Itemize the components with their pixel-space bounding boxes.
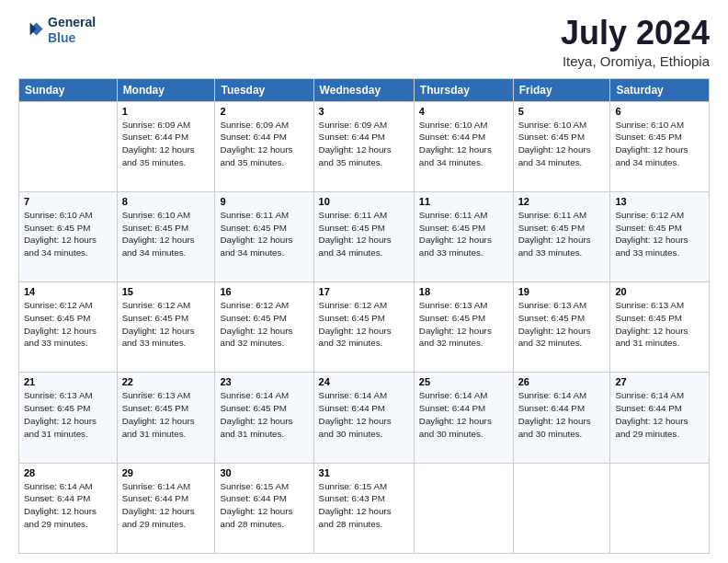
day-info: Sunrise: 6:11 AMSunset: 6:45 PMDaylight:… [220, 209, 308, 259]
day-info: Sunrise: 6:09 AMSunset: 6:44 PMDaylight:… [319, 119, 409, 169]
calendar-week-row: 21Sunrise: 6:13 AMSunset: 6:45 PMDayligh… [19, 373, 710, 463]
day-info: Sunrise: 6:14 AMSunset: 6:44 PMDaylight:… [518, 389, 606, 440]
logo-icon [18, 17, 44, 43]
day-number: 17 [319, 286, 409, 297]
calendar-header-row: SundayMondayTuesdayWednesdayThursdayFrid… [19, 78, 710, 101]
day-info: Sunrise: 6:13 AMSunset: 6:45 PMDaylight:… [24, 389, 112, 440]
calendar-cell: 13Sunrise: 6:12 AMSunset: 6:45 PMDayligh… [610, 191, 710, 282]
day-info: Sunrise: 6:14 AMSunset: 6:44 PMDaylight:… [319, 389, 409, 440]
day-number: 14 [24, 286, 112, 297]
day-number: 23 [220, 376, 308, 387]
logo: General Blue [18, 15, 96, 46]
calendar-cell [19, 101, 118, 191]
day-info: Sunrise: 6:10 AMSunset: 6:45 PMDaylight:… [615, 119, 704, 169]
day-number: 29 [122, 467, 210, 478]
day-number: 31 [319, 467, 409, 478]
day-header-friday: Friday [513, 78, 610, 101]
day-number: 19 [518, 286, 606, 297]
day-info: Sunrise: 6:13 AMSunset: 6:45 PMDaylight:… [122, 389, 210, 440]
calendar-week-row: 14Sunrise: 6:12 AMSunset: 6:45 PMDayligh… [19, 282, 710, 373]
day-header-sunday: Sunday [19, 78, 118, 101]
calendar-cell: 14Sunrise: 6:12 AMSunset: 6:45 PMDayligh… [19, 282, 118, 373]
calendar-cell: 15Sunrise: 6:12 AMSunset: 6:45 PMDayligh… [117, 282, 215, 373]
calendar-cell: 17Sunrise: 6:12 AMSunset: 6:45 PMDayligh… [313, 282, 414, 373]
day-info: Sunrise: 6:15 AMSunset: 6:44 PMDaylight:… [220, 480, 308, 531]
calendar-cell: 26Sunrise: 6:14 AMSunset: 6:44 PMDayligh… [513, 373, 610, 463]
calendar-cell: 23Sunrise: 6:14 AMSunset: 6:45 PMDayligh… [215, 373, 313, 463]
day-info: Sunrise: 6:10 AMSunset: 6:45 PMDaylight:… [24, 209, 112, 259]
day-number: 28 [24, 467, 112, 478]
day-number: 26 [518, 376, 606, 387]
calendar-cell: 29Sunrise: 6:14 AMSunset: 6:44 PMDayligh… [117, 463, 215, 553]
day-header-wednesday: Wednesday [313, 78, 414, 101]
header: General Blue July 2024 Iteya, Oromiya, E… [18, 15, 710, 69]
day-info: Sunrise: 6:09 AMSunset: 6:44 PMDaylight:… [122, 119, 210, 169]
day-number: 13 [615, 196, 704, 207]
calendar-cell: 6Sunrise: 6:10 AMSunset: 6:45 PMDaylight… [610, 101, 710, 191]
day-info: Sunrise: 6:11 AMSunset: 6:45 PMDaylight:… [518, 209, 606, 259]
day-header-tuesday: Tuesday [215, 78, 313, 101]
day-number: 24 [319, 376, 409, 387]
day-info: Sunrise: 6:09 AMSunset: 6:44 PMDaylight:… [220, 119, 308, 169]
calendar-cell: 11Sunrise: 6:11 AMSunset: 6:45 PMDayligh… [414, 191, 513, 282]
day-info: Sunrise: 6:12 AMSunset: 6:45 PMDaylight:… [122, 299, 210, 350]
calendar-cell: 12Sunrise: 6:11 AMSunset: 6:45 PMDayligh… [513, 191, 610, 282]
calendar-cell [513, 463, 610, 553]
calendar-cell: 9Sunrise: 6:11 AMSunset: 6:45 PMDaylight… [215, 191, 313, 282]
day-number: 30 [220, 467, 308, 478]
calendar-cell: 22Sunrise: 6:13 AMSunset: 6:45 PMDayligh… [117, 373, 215, 463]
title-block: July 2024 Iteya, Oromiya, Ethiopia [561, 15, 710, 69]
day-number: 1 [122, 106, 210, 117]
calendar-table: SundayMondayTuesdayWednesdayThursdayFrid… [18, 78, 710, 554]
day-number: 12 [518, 196, 606, 207]
day-info: Sunrise: 6:12 AMSunset: 6:45 PMDaylight:… [220, 299, 308, 350]
day-header-saturday: Saturday [610, 78, 710, 101]
day-info: Sunrise: 6:13 AMSunset: 6:45 PMDaylight:… [615, 299, 704, 350]
day-number: 7 [24, 196, 112, 207]
calendar-cell: 25Sunrise: 6:14 AMSunset: 6:44 PMDayligh… [414, 373, 513, 463]
calendar-week-row: 28Sunrise: 6:14 AMSunset: 6:44 PMDayligh… [19, 463, 710, 553]
day-info: Sunrise: 6:11 AMSunset: 6:45 PMDaylight:… [419, 209, 508, 259]
day-info: Sunrise: 6:13 AMSunset: 6:45 PMDaylight:… [419, 299, 508, 350]
calendar-cell: 28Sunrise: 6:14 AMSunset: 6:44 PMDayligh… [19, 463, 118, 553]
calendar-cell: 4Sunrise: 6:10 AMSunset: 6:44 PMDaylight… [414, 101, 513, 191]
day-info: Sunrise: 6:12 AMSunset: 6:45 PMDaylight:… [24, 299, 112, 350]
calendar-cell: 18Sunrise: 6:13 AMSunset: 6:45 PMDayligh… [414, 282, 513, 373]
day-number: 3 [319, 106, 409, 117]
day-number: 10 [319, 196, 409, 207]
day-info: Sunrise: 6:10 AMSunset: 6:45 PMDaylight:… [122, 209, 210, 259]
day-number: 16 [220, 286, 308, 297]
calendar-cell: 20Sunrise: 6:13 AMSunset: 6:45 PMDayligh… [610, 282, 710, 373]
calendar-cell: 31Sunrise: 6:15 AMSunset: 6:43 PMDayligh… [313, 463, 414, 553]
day-number: 15 [122, 286, 210, 297]
day-number: 18 [419, 286, 508, 297]
day-number: 11 [419, 196, 508, 207]
day-number: 25 [419, 376, 508, 387]
day-info: Sunrise: 6:10 AMSunset: 6:44 PMDaylight:… [419, 119, 508, 169]
day-number: 6 [615, 106, 704, 117]
month-year: July 2024 [561, 15, 710, 52]
day-info: Sunrise: 6:12 AMSunset: 6:45 PMDaylight:… [319, 299, 409, 350]
day-info: Sunrise: 6:14 AMSunset: 6:44 PMDaylight:… [24, 480, 112, 531]
day-number: 2 [220, 106, 308, 117]
day-info: Sunrise: 6:13 AMSunset: 6:45 PMDaylight:… [518, 299, 606, 350]
calendar-week-row: 7Sunrise: 6:10 AMSunset: 6:45 PMDaylight… [19, 191, 710, 282]
day-number: 21 [24, 376, 112, 387]
day-number: 22 [122, 376, 210, 387]
calendar-cell [610, 463, 710, 553]
calendar-cell: 10Sunrise: 6:11 AMSunset: 6:45 PMDayligh… [313, 191, 414, 282]
calendar-cell: 2Sunrise: 6:09 AMSunset: 6:44 PMDaylight… [215, 101, 313, 191]
calendar-cell: 27Sunrise: 6:14 AMSunset: 6:44 PMDayligh… [610, 373, 710, 463]
calendar-cell: 8Sunrise: 6:10 AMSunset: 6:45 PMDaylight… [117, 191, 215, 282]
day-number: 4 [419, 106, 508, 117]
logo-text: General Blue [48, 15, 96, 46]
calendar-cell: 5Sunrise: 6:10 AMSunset: 6:45 PMDaylight… [513, 101, 610, 191]
calendar-cell [414, 463, 513, 553]
calendar-cell: 19Sunrise: 6:13 AMSunset: 6:45 PMDayligh… [513, 282, 610, 373]
page: General Blue July 2024 Iteya, Oromiya, E… [0, 0, 728, 563]
calendar-cell: 24Sunrise: 6:14 AMSunset: 6:44 PMDayligh… [313, 373, 414, 463]
day-header-monday: Monday [117, 78, 215, 101]
calendar-cell: 1Sunrise: 6:09 AMSunset: 6:44 PMDaylight… [117, 101, 215, 191]
day-info: Sunrise: 6:14 AMSunset: 6:44 PMDaylight:… [615, 389, 704, 440]
calendar-cell: 16Sunrise: 6:12 AMSunset: 6:45 PMDayligh… [215, 282, 313, 373]
